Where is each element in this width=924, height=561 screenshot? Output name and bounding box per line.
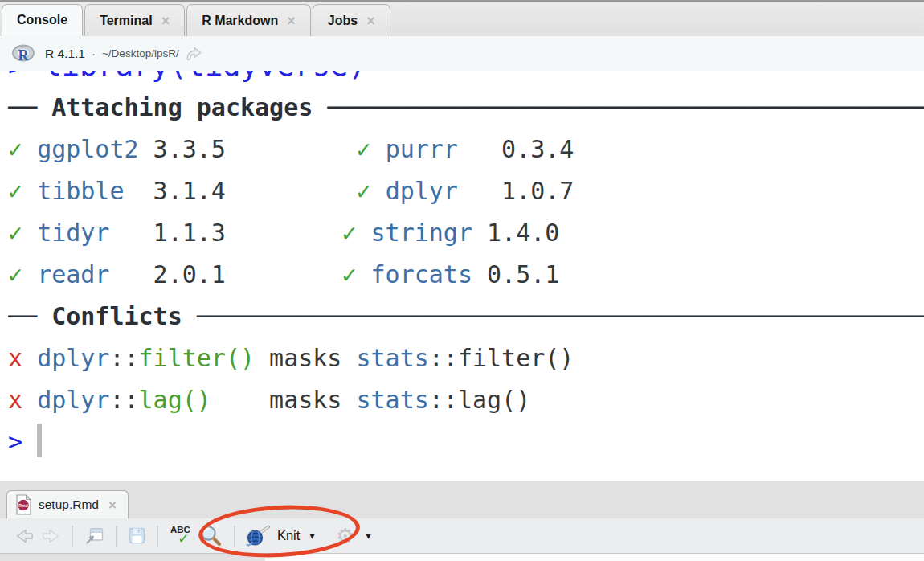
spellcheck-button[interactable]: ABC ✓	[170, 526, 190, 546]
editor-tab-label: setup.Rmd	[39, 498, 99, 512]
tab-console[interactable]: Console	[2, 4, 83, 36]
console-line: ── Attaching packages ──────────────────…	[8, 87, 924, 129]
console-line: >	[8, 421, 924, 463]
editor-tab-bar: Rmd setup.Rmd ×	[0, 481, 924, 518]
svg-text:R: R	[18, 47, 30, 63]
tab-terminal[interactable]: Terminal×	[84, 4, 185, 36]
rstudio-window: ConsoleTerminal×R Markdown×Jobs× R R 4.1…	[0, 0, 924, 561]
console-line: ── Conflicts ───────────────────────────…	[8, 296, 924, 338]
editor-gutter-strip	[0, 554, 265, 561]
knit-button[interactable]: Knit ▾	[246, 525, 320, 547]
console-tab-bar: ConsoleTerminal×R Markdown×Jobs×	[0, 0, 924, 36]
spellcheck-check-icon: ✓	[178, 532, 189, 546]
open-in-new-window-button[interactable]	[84, 526, 105, 546]
close-icon[interactable]: ×	[287, 14, 296, 28]
console-line: ✓ tidyr 1.1.3 ✓ stringr 1.4.0	[8, 212, 924, 254]
save-button[interactable]	[128, 526, 146, 545]
tab-r-markdown[interactable]: R Markdown×	[186, 4, 311, 36]
search-magnifier-icon	[198, 524, 223, 548]
rmd-file-icon: Rmd	[15, 494, 32, 515]
popout-window-icon	[84, 526, 105, 546]
forward-button[interactable]	[41, 527, 61, 545]
gear-icon[interactable]: ⚙	[336, 526, 354, 547]
toolbar-separator	[157, 526, 158, 547]
toolbar-separator	[116, 526, 117, 547]
console-line: ✓ readr 2.0.1 ✓ forcats 0.5.1	[8, 254, 924, 296]
console-pane: ConsoleTerminal×R Markdown×Jobs× R R 4.1…	[0, 0, 924, 481]
tab-label: Console	[17, 13, 67, 27]
toolbar-separator	[72, 526, 73, 547]
console-line: > library(tidyverse)	[8, 71, 924, 87]
editor-content-clipped	[0, 554, 924, 561]
editor-page-strip	[265, 554, 924, 561]
tab-jobs[interactable]: Jobs×	[313, 4, 390, 36]
tab-label: Terminal	[100, 14, 153, 28]
r-logo-icon: R	[11, 44, 35, 63]
tab-label: R Markdown	[202, 14, 278, 28]
tab-label: Jobs	[328, 14, 358, 28]
console-line: ✓ ggplot2 3.3.5 ✓ purrr 0.3.4	[8, 129, 924, 170]
editor-toolbar: ABC ✓	[0, 518, 924, 554]
console-cursor	[37, 424, 42, 457]
editor-tab-setup-rmd[interactable]: Rmd setup.Rmd ×	[6, 490, 129, 518]
console-line: x dplyr::filter() masks stats::filter()	[8, 338, 924, 379]
find-replace-button[interactable]	[198, 524, 223, 548]
close-icon[interactable]: ×	[161, 14, 170, 28]
share-arrow-icon[interactable]	[184, 46, 203, 62]
console-line: ✓ tibble 3.1.4 ✓ dplyr 1.0.7	[8, 170, 924, 212]
separator-dot: ·	[92, 47, 96, 60]
source-editor-pane: Rmd setup.Rmd ×	[0, 481, 924, 561]
close-icon[interactable]: ×	[108, 498, 117, 512]
knit-button-label: Knit	[277, 528, 300, 543]
r-version-label: R 4.1.1	[45, 47, 85, 61]
knit-dropdown-caret-icon[interactable]: ▾	[309, 530, 315, 542]
svg-text:Rmd: Rmd	[18, 503, 28, 508]
console-line: x dplyr::lag() masks stats::lag()	[8, 379, 924, 421]
back-arrow-icon	[14, 527, 35, 545]
close-icon[interactable]: ×	[366, 14, 375, 28]
options-dropdown-caret-icon[interactable]: ▾	[366, 530, 371, 542]
save-floppy-icon	[128, 526, 146, 545]
forward-arrow-icon	[41, 527, 61, 545]
working-directory-label: ~/Desktop/ipsR/	[102, 47, 179, 59]
console-version-strip: R R 4.1.1 · ~/Desktop/ipsR/	[0, 36, 924, 71]
knit-yarn-icon	[246, 525, 271, 547]
console-output: > library(tidyverse)── Attaching package…	[0, 71, 924, 481]
back-button[interactable]	[14, 527, 35, 545]
toolbar-separator	[234, 526, 235, 547]
